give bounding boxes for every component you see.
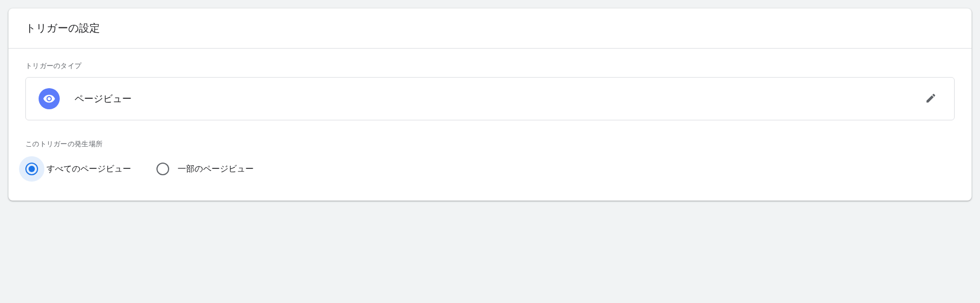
radio-icon bbox=[156, 163, 169, 175]
trigger-type-selector[interactable]: ページビュー bbox=[25, 77, 955, 120]
radio-icon bbox=[25, 163, 38, 175]
firing-radio-group: すべてのページビュー 一部のページビュー bbox=[25, 156, 955, 182]
trigger-type-label: トリガーのタイプ bbox=[25, 61, 955, 71]
pageview-icon bbox=[39, 88, 60, 109]
card-title: トリガーの設定 bbox=[25, 21, 955, 35]
firing-label: このトリガーの発生場所 bbox=[25, 139, 955, 149]
card-body: トリガーのタイプ ページビュー このトリガーの発生場所 すべてのページビュー bbox=[8, 49, 972, 201]
pencil-icon bbox=[925, 92, 937, 106]
radio-label: 一部のページビュー bbox=[178, 164, 254, 175]
edit-trigger-type-button[interactable] bbox=[920, 88, 941, 109]
trigger-config-card: トリガーの設定 トリガーのタイプ ページビュー このトリガーの発生場所 bbox=[8, 8, 972, 201]
radio-all-pageviews[interactable]: すべてのページビュー bbox=[25, 156, 131, 182]
radio-label: すべてのページビュー bbox=[47, 164, 131, 175]
card-header: トリガーの設定 bbox=[8, 8, 972, 49]
trigger-type-value: ページビュー bbox=[75, 92, 920, 105]
radio-some-pageviews[interactable]: 一部のページビュー bbox=[156, 156, 254, 182]
